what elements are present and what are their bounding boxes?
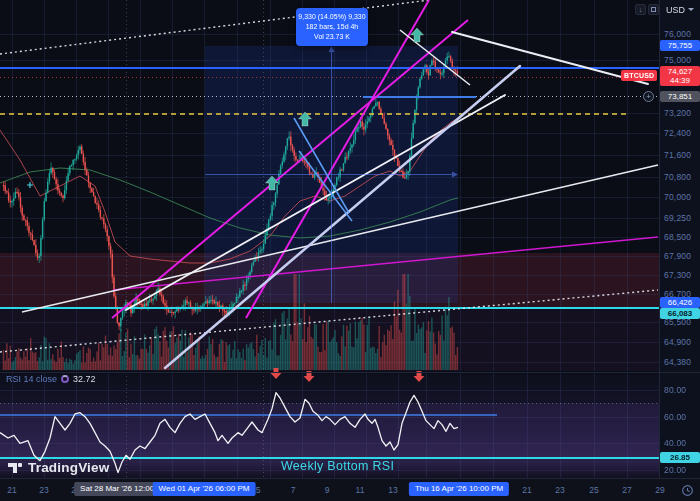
rsi-indicator-header[interactable]: RSI 14 close 32.72: [6, 374, 96, 384]
price-axis[interactable]: 76,00075,00073,20072,40071,60070,80070,0…: [660, 0, 700, 372]
price-axis-label: 67,300: [664, 270, 691, 280]
main-chart-canvas[interactable]: [0, 0, 700, 501]
rsi-indicator-title[interactable]: RSI 14 close: [6, 374, 57, 384]
measure-bottom-price-badge: 66,426: [660, 297, 700, 308]
price-axis-label: 70,000: [664, 192, 691, 202]
time-axis[interactable]: 21232557911132123252729Sat 28 Mar '26 12…: [0, 478, 700, 501]
price-axis-label: 75,000: [664, 55, 691, 65]
symbol-price-tag: BTCUSD: [621, 70, 657, 81]
price-axis-label: 69,250: [664, 213, 691, 223]
rsi-axis-label: 40.00: [664, 438, 686, 448]
rsi-line-badge: 26.85: [660, 452, 700, 463]
time-axis-tick: 27: [622, 485, 631, 495]
time-axis-badge: Wed 01 Apr '26 06:00 PM: [153, 482, 256, 496]
time-axis-tick: 29: [655, 485, 664, 495]
weekly-bottom-rsi-annotation: Weekly Bottom RSI: [281, 459, 394, 473]
add-alert-plus-icon[interactable]: +: [643, 91, 654, 102]
tradingview-logo-text: TradingView: [28, 460, 109, 475]
time-axis-badge: Thu 16 Apr '26 10:00 PM: [409, 482, 509, 496]
tradingview-logo[interactable]: TradingView: [8, 460, 109, 475]
time-axis-tick: 21: [522, 485, 531, 495]
loading-ring-icon: [61, 375, 69, 383]
time-axis-tick: 9: [325, 485, 330, 495]
time-axis-tick: 23: [555, 485, 564, 495]
currency-label: USD: [666, 5, 685, 15]
rsi-axis-label: 20.00: [664, 465, 686, 475]
tradingview-logo-icon: [8, 460, 23, 475]
rsi-indicator-value: 32.72: [73, 374, 96, 384]
horizontal-line-price-badge: 66,083: [660, 308, 700, 319]
price-axis-label: 64,900: [664, 337, 691, 347]
scroll-to-recent-button[interactable]: ↓: [635, 4, 646, 15]
timezone-clock-button[interactable]: [681, 484, 694, 497]
price-axis-label: 70,800: [664, 172, 691, 182]
time-axis-tick: 13: [388, 485, 397, 495]
time-axis-tick: 5: [256, 485, 261, 495]
price-axis-label: 76,000: [664, 29, 691, 39]
time-axis-tick: 11: [356, 485, 365, 495]
currency-switcher[interactable]: USD: [662, 3, 698, 16]
square-icon: [651, 7, 656, 12]
price-axis-label: 68,500: [664, 232, 691, 242]
price-axis-label: 73,200: [664, 108, 691, 118]
maximize-pane-button[interactable]: [648, 4, 659, 15]
down-arrow-icon: ↓: [639, 6, 643, 13]
price-axis-label: 64,380: [664, 357, 691, 367]
price-axis-label: 72,400: [664, 128, 691, 138]
pane-divider[interactable]: [0, 372, 700, 373]
tradingview-chart-window: 76,00075,00073,20072,40071,60070,80070,0…: [0, 0, 700, 501]
last-price-badge: 74,62744:39: [660, 66, 700, 86]
chevron-down-icon: [688, 8, 694, 11]
price-axis-label: 71,600: [664, 150, 691, 160]
measure-volume: Vol 23.73 K: [298, 32, 366, 42]
measure-price-change: 9,330 (14.05%) 9,330: [298, 12, 366, 22]
rsi-axis-label: 60.00: [664, 412, 686, 422]
rsi-axis[interactable]: 80.0060.0040.0020.0026.85: [660, 373, 700, 478]
time-axis-tick: 23: [39, 485, 48, 495]
time-axis-tick: 21: [7, 485, 16, 495]
measure-top-price-badge: 75,755: [660, 40, 700, 51]
time-axis-tick: 25: [589, 485, 598, 495]
drawing-price-badge: 73,851: [660, 91, 700, 102]
measure-bar-count: 182 bars, 15d 4h: [298, 22, 366, 32]
rsi-axis-label: 80.00: [664, 385, 686, 395]
price-axis-label: 67,900: [664, 251, 691, 261]
time-axis-tick: 7: [291, 485, 296, 495]
measure-tooltip: 9,330 (14.05%) 9,330 182 bars, 15d 4h Vo…: [296, 8, 368, 46]
